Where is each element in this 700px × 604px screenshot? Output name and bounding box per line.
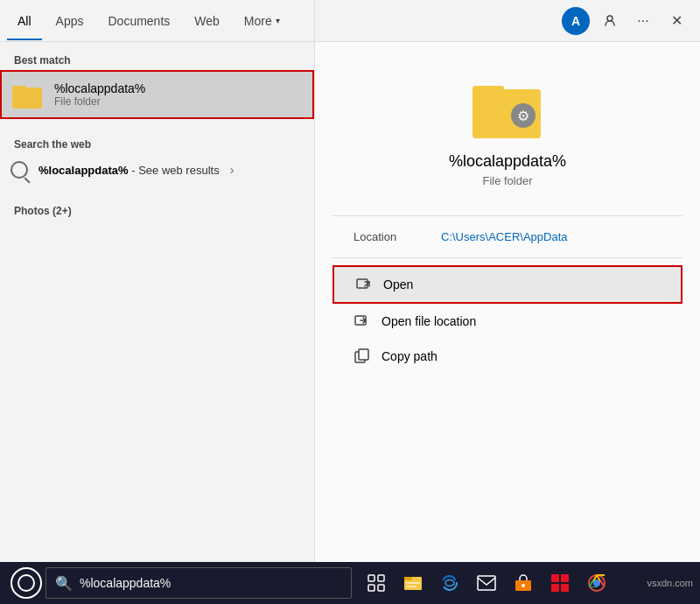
best-match-item[interactable]: %localappdata% File folder	[0, 70, 314, 119]
tab-all[interactable]: All	[7, 9, 42, 33]
web-search-text: %localappdata% - See web results	[38, 164, 220, 177]
svg-rect-13	[478, 576, 495, 590]
web-search-label: Search the web	[0, 133, 314, 154]
svg-rect-10	[406, 582, 420, 584]
web-search-item[interactable]: %localappdata% - See web results ›	[0, 154, 314, 186]
svg-rect-5	[378, 575, 384, 581]
tabs-bar: All Apps Documents Web More ▾	[0, 0, 314, 42]
svg-rect-0	[357, 279, 368, 288]
web-search-section: Search the web %localappdata% - See web …	[0, 126, 314, 193]
tab-documents[interactable]: Documents	[97, 9, 180, 33]
detail-content: ⚙ %localappdata% File folder Location C:…	[315, 42, 700, 391]
detail-type: File folder	[482, 174, 532, 187]
best-match-subtitle: File folder	[54, 95, 302, 108]
file-explorer-button[interactable]	[396, 565, 430, 600]
svg-rect-9	[404, 577, 412, 580]
svg-rect-11	[406, 586, 416, 587]
svg-rect-3	[359, 349, 368, 360]
left-panel: All Apps Documents Web More ▾ Best match…	[0, 0, 315, 562]
open-file-location-button[interactable]: Open file location	[332, 304, 682, 339]
open-file-location-label: Open file location	[382, 314, 476, 328]
open-label: Open	[383, 277, 413, 291]
tab-more[interactable]: More ▾	[234, 9, 290, 33]
search-icon	[10, 161, 28, 179]
folder-icon	[12, 79, 44, 110]
chevron-down-icon: ▾	[276, 16, 280, 25]
xbox-button[interactable]	[542, 565, 578, 600]
header-right: A ··· ✕	[315, 0, 700, 42]
taskbar-icons	[359, 565, 614, 600]
time-display: vsxdn.com	[647, 578, 693, 588]
svg-point-15	[522, 584, 525, 587]
open-icon	[355, 276, 373, 293]
search-panel: All Apps Documents Web More ▾ Best match…	[0, 0, 700, 562]
svg-rect-7	[378, 585, 384, 591]
chevron-right-icon: ›	[230, 163, 234, 177]
store-button[interactable]	[506, 565, 541, 600]
tab-web[interactable]: Web	[184, 9, 230, 33]
edge-browser-button[interactable]	[432, 565, 467, 600]
svg-rect-16	[551, 574, 559, 582]
svg-rect-18	[551, 584, 559, 592]
divider2	[332, 257, 682, 258]
photos-section: Photos (2+)	[0, 193, 314, 228]
open-button[interactable]: Open	[332, 265, 682, 304]
location-value[interactable]: C:\Users\ACER\AppData	[441, 230, 568, 243]
taskbar-search-icon: 🔍	[55, 575, 73, 592]
copy-path-button[interactable]: Copy path	[332, 339, 682, 374]
best-match-section: Best match %localappdata% File folder	[0, 42, 314, 126]
svg-rect-6	[368, 585, 374, 591]
large-folder-icon: ⚙	[472, 77, 542, 138]
taskbar-search-box[interactable]: 🔍	[46, 567, 352, 599]
svg-rect-17	[561, 574, 569, 582]
copy-icon	[354, 348, 371, 365]
photos-label: Photos (2+)	[0, 200, 314, 221]
taskbar: 🔍	[0, 562, 700, 604]
best-match-label: Best match	[0, 49, 314, 70]
copy-path-label: Copy path	[382, 349, 438, 363]
svg-point-12	[445, 580, 454, 586]
chrome-button[interactable]	[579, 565, 614, 600]
location-label: Location	[354, 230, 441, 243]
svg-rect-4	[368, 575, 374, 581]
location-row: Location C:\Users\ACER\AppData	[332, 223, 682, 250]
person-icon-button[interactable]	[597, 8, 623, 34]
open-location-icon	[354, 313, 371, 330]
best-match-title: %localappdata%	[54, 81, 302, 95]
task-view-button[interactable]	[359, 565, 394, 600]
right-panel: ⚙ %localappdata% File folder Location C:…	[315, 0, 700, 562]
close-button[interactable]: ✕	[663, 8, 690, 34]
avatar-button[interactable]: A	[562, 7, 590, 35]
detail-name: %localappdata%	[449, 152, 566, 171]
tab-apps[interactable]: Apps	[46, 9, 94, 33]
ellipsis-button[interactable]: ···	[630, 8, 656, 34]
taskbar-search-input[interactable]	[80, 576, 342, 590]
mail-button[interactable]	[469, 565, 504, 600]
gear-icon: ⚙	[511, 103, 536, 128]
svg-rect-19	[561, 584, 569, 592]
system-tray: vsxdn.com	[647, 578, 693, 588]
divider	[332, 215, 682, 216]
start-button[interactable]	[10, 567, 42, 599]
best-match-text: %localappdata% File folder	[54, 81, 302, 108]
